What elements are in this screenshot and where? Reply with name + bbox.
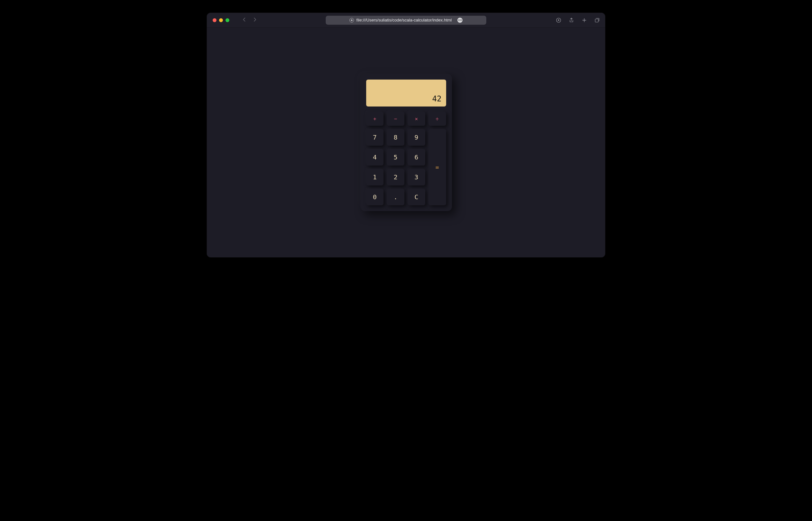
digit-1-button[interactable]: 1: [366, 169, 384, 185]
chevron-right-icon: [253, 17, 257, 22]
digit-7-button[interactable]: 7: [366, 129, 384, 146]
share-button[interactable]: [569, 17, 574, 23]
digit-3-button[interactable]: 3: [408, 169, 425, 185]
close-window-button[interactable]: [213, 18, 216, 22]
display-value: 42: [432, 94, 442, 103]
calculator: 42 + − × ÷ 7 8 9 4 5 6 1 2 3 0 . C: [360, 74, 452, 211]
operator-row: + − × ÷: [366, 112, 446, 126]
browser-titlebar: file:///Users/suliatis/code/scala-calcul…: [207, 13, 605, 28]
digit-6-button[interactable]: 6: [408, 149, 425, 165]
page-content: 42 + − × ÷ 7 8 9 4 5 6 1 2 3 0 . C: [207, 28, 605, 257]
svg-rect-1: [595, 19, 598, 22]
forward-button[interactable]: [253, 17, 257, 23]
digit-9-button[interactable]: 9: [408, 129, 425, 146]
digit-2-button[interactable]: 2: [387, 169, 404, 185]
download-icon: [556, 17, 561, 23]
decimal-button[interactable]: .: [387, 189, 404, 205]
browser-window: file:///Users/suliatis/code/scala-calcul…: [207, 13, 605, 257]
chevron-left-icon: [242, 17, 247, 22]
subtract-button[interactable]: −: [387, 112, 404, 126]
digit-5-button[interactable]: 5: [387, 149, 404, 165]
calculator-display: 42: [366, 80, 446, 107]
back-button[interactable]: [242, 17, 247, 23]
digit-0-button[interactable]: 0: [366, 189, 384, 205]
fullscreen-window-button[interactable]: [226, 18, 229, 22]
share-icon: [569, 17, 574, 23]
toolbar-right: [556, 17, 600, 23]
add-button[interactable]: +: [366, 112, 384, 126]
downloads-button[interactable]: [556, 17, 561, 23]
tabs-overview-button[interactable]: [594, 17, 600, 23]
clear-button[interactable]: C: [408, 189, 425, 205]
keypad: 7 8 9 4 5 6 1 2 3 0 . C =: [366, 129, 446, 205]
multiply-button[interactable]: ×: [408, 112, 425, 126]
nav-arrows: [242, 17, 257, 23]
compass-icon: [349, 18, 354, 22]
equals-button[interactable]: =: [428, 129, 446, 205]
plus-icon: [581, 17, 587, 23]
address-url: file:///Users/suliatis/code/scala-calcul…: [357, 18, 452, 22]
window-controls: [213, 18, 229, 22]
tabs-icon: [594, 17, 600, 23]
page-options-icon[interactable]: •••: [457, 18, 463, 23]
address-bar[interactable]: file:///Users/suliatis/code/scala-calcul…: [326, 16, 486, 25]
digit-4-button[interactable]: 4: [366, 149, 384, 165]
minimize-window-button[interactable]: [219, 18, 223, 22]
new-tab-button[interactable]: [581, 17, 587, 23]
divide-button[interactable]: ÷: [428, 112, 446, 126]
digit-8-button[interactable]: 8: [387, 129, 404, 146]
